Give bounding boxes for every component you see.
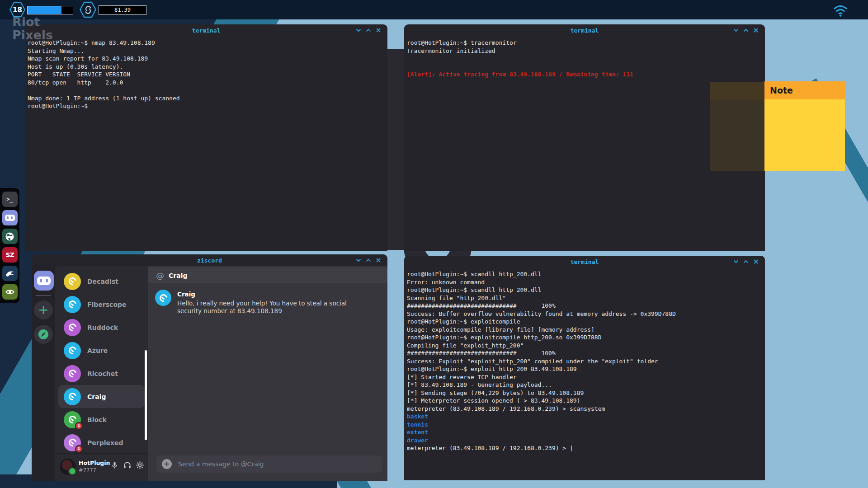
ziscord-robot-face-icon: [5, 215, 15, 221]
explore-servers-button[interactable]: [34, 325, 53, 344]
terminal-line: Scanning file "http_200.dll": [407, 294, 762, 302]
maximize-icon[interactable]: [365, 257, 372, 264]
level-value: 18: [13, 6, 22, 14]
terminal-output[interactable]: root@HotPlugin:~$ nmap 83.49.108.189Star…: [25, 36, 387, 110]
note-titlebar[interactable]: Note: [764, 81, 845, 99]
ziscord-logo-icon: [158, 292, 169, 303]
server-avatar: [64, 342, 81, 359]
message-author: Craig: [177, 291, 358, 298]
terminal-line: ############################### 100%: [407, 302, 762, 310]
server-avatar: [64, 388, 81, 405]
server-list-item[interactable]: 1 Perplexed: [58, 431, 145, 454]
headphones-icon[interactable]: [123, 461, 132, 469]
online-status-dot: [68, 467, 77, 476]
ziscord-robot-face-icon: [37, 277, 51, 285]
server-list-item[interactable]: Ricochet: [58, 362, 145, 385]
server-name: Fiberscope: [87, 301, 127, 308]
ziscord-home-button[interactable]: [34, 271, 54, 291]
window-titlebar[interactable]: terminal: [25, 24, 387, 36]
sz-app-icon[interactable]: SZ: [2, 247, 18, 263]
server-name: Block: [87, 416, 107, 423]
terminal-line: tennis: [407, 421, 762, 429]
window-titlebar[interactable]: terminal: [404, 24, 765, 36]
rail-divider: [36, 295, 51, 296]
server-list-scrollbar[interactable]: [145, 350, 147, 440]
sticky-note-window: Note: [764, 81, 845, 171]
chat-message: Craig Hello, i really need your help! Yo…: [155, 290, 383, 315]
username: HotPlugin: [79, 460, 110, 466]
chat-header-name: Craig: [169, 272, 187, 279]
window-titlebar[interactable]: ziscord: [32, 254, 387, 266]
add-server-button[interactable]: +: [34, 300, 53, 319]
notification-badge: 1: [75, 422, 83, 430]
terminal-output[interactable]: root@HotPlugin:~$ tracermonitorTracermon…: [404, 36, 765, 79]
terminal-window-exploit: terminal root@HotPlugin:~$ scandll http_…: [404, 256, 765, 480]
terminal-app-icon[interactable]: >_: [2, 192, 18, 207]
terminal-line: Usage: exploitcompile [library-file] [me…: [407, 326, 762, 334]
server-list-item[interactable]: Fiberscope: [58, 293, 145, 316]
attach-plus-icon[interactable]: +: [162, 459, 172, 469]
minimize-icon[interactable]: [355, 27, 362, 34]
chat-area: @ Craig Craig Hello, i really need your …: [148, 266, 387, 481]
chat-header: @ Craig: [148, 267, 387, 283]
terminal-line: root@HotPlugin:~$ tracermonitor: [407, 39, 762, 47]
browser-globe-icon[interactable]: [2, 229, 18, 244]
terminal-line: root@HotPlugin:~$ scandll http_200.dll: [407, 270, 762, 278]
server-avatar: [64, 365, 81, 382]
microphone-icon[interactable]: [110, 461, 119, 469]
minimize-icon[interactable]: [732, 27, 740, 34]
note-body[interactable]: [764, 99, 845, 171]
server-name: Decadist: [87, 278, 118, 285]
top-hud-bar: 18 81.39: [0, 0, 868, 19]
server-name: Perplexed: [87, 439, 123, 446]
message-input[interactable]: [177, 460, 377, 468]
terminal-line: basket: [407, 413, 762, 421]
wifi-icon[interactable]: [830, 2, 851, 17]
message-list: Craig Hello, i really need your help! Yo…: [155, 290, 383, 315]
close-icon[interactable]: [375, 257, 382, 264]
maximize-icon[interactable]: [742, 258, 750, 265]
at-icon: @: [156, 271, 164, 280]
terminal-line: [*] 83.49.108.189 - Generating payload..…: [407, 381, 762, 389]
desktop: 18 81.39 Riot Pixels: [0, 0, 868, 488]
server-list-item[interactable]: Azure: [58, 339, 145, 362]
ziscord-logo-icon: [67, 276, 78, 287]
terminal-line: Success: Buffer overflow vulnerability f…: [407, 310, 762, 318]
server-avatar: [64, 319, 81, 336]
minimize-icon[interactable]: [732, 258, 740, 265]
terminal-line: meterpreter (83.49.108.189 / 192.168.0.2…: [407, 444, 762, 452]
server-list-item[interactable]: Ruddock: [58, 316, 145, 339]
terminal-line: [407, 55, 762, 63]
server-list-item[interactable]: Decadist: [58, 270, 145, 293]
terminal-line: root@HotPlugin:~$ nmap 83.49.108.189: [28, 39, 385, 47]
maximize-icon[interactable]: [365, 27, 372, 34]
xp-progress-bar: [27, 6, 73, 14]
message-input-bar: +: [156, 455, 382, 473]
window-title: terminal: [404, 258, 765, 265]
level-badge: 18: [9, 2, 25, 18]
server-avatar: [64, 296, 81, 313]
terminal-line: drawer: [407, 436, 762, 445]
terminal-line: Host is up (0.30s latency).: [28, 63, 385, 71]
close-icon[interactable]: [752, 27, 760, 34]
terminal-line: Nmap scan report for 83.49.108.189: [28, 55, 385, 63]
wave-app-icon[interactable]: [2, 266, 18, 281]
server-list-item[interactable]: Craig: [58, 385, 145, 408]
eye-app-icon[interactable]: [2, 284, 18, 300]
server-name: Ricochet: [87, 370, 118, 377]
minimize-icon[interactable]: [355, 257, 362, 264]
ziscord-app-icon[interactable]: [2, 210, 18, 225]
terminal-line: Starting Nmap...: [28, 47, 385, 55]
terminal-line: meterpreter (83.49.108.189 / 192.168.0.2…: [407, 405, 762, 413]
ziscord-logo-icon: [67, 322, 78, 333]
window-titlebar[interactable]: terminal: [404, 256, 765, 267]
server-avatar: [64, 273, 81, 290]
close-icon[interactable]: [752, 258, 760, 265]
maximize-icon[interactable]: [742, 27, 750, 34]
terminal-line: 80/tcp open http 2.0.0: [28, 79, 385, 87]
terminal-line: [Alert]: Active tracing from 83.49.108.1…: [407, 70, 762, 79]
server-list-item[interactable]: 1 Block: [58, 408, 145, 431]
gear-icon[interactable]: [136, 461, 144, 469]
terminal-output[interactable]: root@HotPlugin:~$ scandll http_200.dllEr…: [404, 267, 765, 452]
close-icon[interactable]: [375, 27, 382, 34]
